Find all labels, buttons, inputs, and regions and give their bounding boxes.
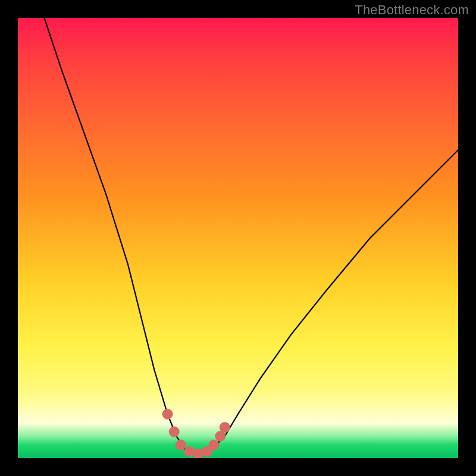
chart-frame: TheBottleneck.com (0, 0, 476, 476)
plot-area (18, 18, 458, 458)
highlight-dot (162, 409, 173, 419)
bottleneck-curve (44, 18, 458, 454)
highlight-dot (220, 422, 230, 433)
highlight-dot (176, 440, 186, 450)
chart-svg (18, 18, 458, 458)
highlight-dot (169, 427, 180, 437)
watermark-text: TheBottleneck.com (355, 2, 469, 18)
highlight-dot (208, 440, 219, 450)
highlight-dots (162, 409, 230, 458)
